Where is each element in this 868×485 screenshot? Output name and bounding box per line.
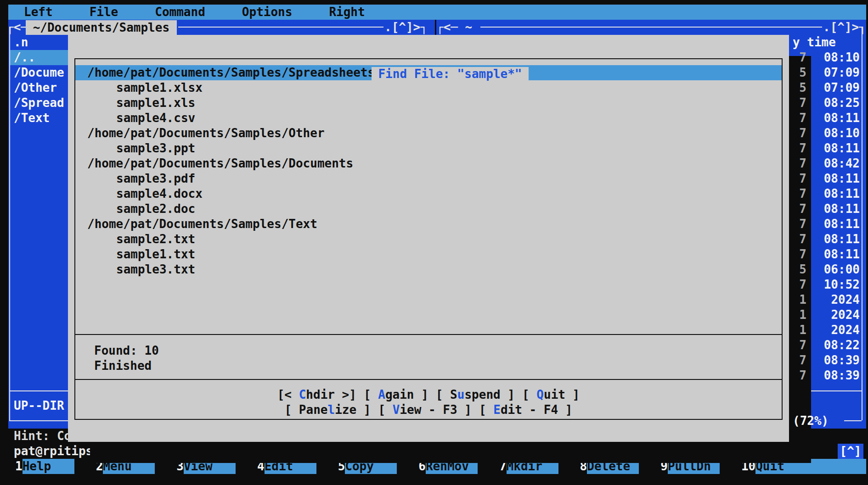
find-result-row[interactable]: sample1.txt xyxy=(75,247,782,262)
find-result-row[interactable]: /home/pat/Documents/Samples/Other xyxy=(75,126,782,141)
file-size-digit: 7 xyxy=(789,141,817,156)
table-row[interactable]: 7 08:11 xyxy=(789,186,866,201)
file-size-digit: 5 xyxy=(789,65,817,80)
table-row[interactable]: 7 08:11 xyxy=(789,141,866,156)
function-key-button[interactable]: 1 Help xyxy=(15,459,96,474)
file-size-digit: 1 xyxy=(789,323,817,338)
find-result-row[interactable]: sample2.doc xyxy=(75,201,782,217)
table-row[interactable]: 7 08:39 xyxy=(789,368,866,383)
find-result-row[interactable]: sample4.csv xyxy=(75,111,782,126)
table-row[interactable]: 1 2024 xyxy=(789,292,866,307)
dialog-button[interactable]: [ Again ] xyxy=(364,388,428,401)
menu-item[interactable]: File xyxy=(90,5,118,20)
table-row[interactable]: 7 08:10 xyxy=(789,50,866,65)
button-text: [< xyxy=(277,388,299,401)
table-row[interactable]: 1 2024 xyxy=(789,323,866,338)
button-text: [ xyxy=(378,403,392,417)
hint-line: Hint: Co xyxy=(14,429,71,444)
find-result-row[interactable]: sample3.pdf xyxy=(75,171,782,186)
find-result-row[interactable]: /home/pat/Documents/Samples/Documents xyxy=(75,156,782,171)
left-panel-file-list: /../Docume/Other/Spread/Text xyxy=(10,50,68,126)
table-row[interactable]: 7 08:11 xyxy=(789,247,866,262)
table-row[interactable]: 7 08:10 xyxy=(789,126,866,141)
table-row[interactable]: 5 07:09 xyxy=(789,80,866,95)
button-text: gain ] xyxy=(385,388,428,401)
file-size-digit: 7 xyxy=(789,338,817,353)
button-hotkey: E xyxy=(493,403,501,417)
table-row[interactable]: 5 06:00 xyxy=(789,262,866,277)
file-size-digit: 7 xyxy=(789,171,817,186)
find-result-row[interactable]: sample2.txt xyxy=(75,232,782,247)
list-item[interactable]: /Docume xyxy=(10,65,68,80)
file-modify-time: 08:11 xyxy=(817,186,866,201)
list-item[interactable]: /Text xyxy=(10,111,68,126)
dialog-button[interactable]: [ Suspend ] xyxy=(436,388,515,401)
function-key-number: 1 xyxy=(15,459,23,474)
table-row[interactable]: 1 2024 xyxy=(789,307,866,323)
menu-item[interactable]: Options xyxy=(242,5,293,20)
menu-item[interactable]: Right xyxy=(329,5,365,20)
dialog-button[interactable]: [ Panelize ] xyxy=(285,403,371,417)
file-size-digit: 7 xyxy=(789,201,817,217)
file-modify-time: 08:11 xyxy=(817,217,866,232)
table-row[interactable]: 7 08:39 xyxy=(789,353,866,368)
file-size-digit: 7 xyxy=(789,126,817,141)
button-text: hdir >] xyxy=(306,388,356,401)
file-size-digit: 7 xyxy=(789,247,817,262)
left-panel-path-tab[interactable]: ~/Documents/Samples xyxy=(26,20,177,35)
left-panel-corner-arrow-icon[interactable]: ┌<─ xyxy=(6,20,28,35)
menu-item[interactable]: Left xyxy=(24,5,53,20)
list-item[interactable]: /.. xyxy=(10,50,68,65)
dialog-button[interactable]: [ View - F3 ] xyxy=(378,403,472,417)
button-hotkey: C xyxy=(299,388,306,401)
dialog-title-text: Find File: "sample*" xyxy=(372,67,528,81)
panel-toggle-badge[interactable]: [^] xyxy=(838,444,863,459)
table-row[interactable]: 7 08:42 xyxy=(789,156,866,171)
find-result-row[interactable]: sample3.ppt xyxy=(75,141,782,156)
left-panel-status-separator xyxy=(10,390,68,391)
dialog-button[interactable]: [ Edit - F4 ] xyxy=(479,403,573,417)
find-result-row[interactable]: sample3.txt xyxy=(75,262,782,277)
file-modify-time: 08:22 xyxy=(817,338,866,353)
table-row[interactable]: 7 10:52 xyxy=(789,277,866,292)
search-status-label: Finished xyxy=(94,358,152,374)
table-row[interactable]: 7 08:25 xyxy=(789,95,866,111)
table-row[interactable]: 7 08:11 xyxy=(789,201,866,217)
file-size-digit: 5 xyxy=(789,262,817,277)
file-size-digit: 1 xyxy=(789,307,817,323)
dialog-button[interactable]: [< Chdir >] xyxy=(277,388,356,401)
file-size-digit: 7 xyxy=(789,186,817,201)
table-row[interactable]: 7 08:11 xyxy=(789,111,866,126)
dialog-button[interactable]: [ Quit ] xyxy=(522,388,580,401)
find-result-row[interactable]: sample4.docx xyxy=(75,186,782,201)
file-size-digit: 7 xyxy=(789,50,817,65)
table-row[interactable]: 7 08:11 xyxy=(789,171,866,186)
left-panel-border-top xyxy=(178,27,383,28)
file-modify-time: 08:11 xyxy=(817,247,866,262)
right-panel-column-header[interactable]: y time xyxy=(793,35,836,50)
find-result-row[interactable]: /home/pat/Documents/Samples/Text xyxy=(75,217,782,232)
file-size-digit: 5 xyxy=(789,80,817,95)
file-modify-time: 2024 xyxy=(817,292,866,307)
right-panel-status-separator xyxy=(811,390,862,391)
table-row[interactable]: 7 08:11 xyxy=(789,232,866,247)
dialog-button-row-2: [ Panelize ][ View - F3 ][ Edit - F4 ] xyxy=(68,402,789,418)
right-panel-border-top xyxy=(480,27,822,28)
file-size-digit: 7 xyxy=(789,353,817,368)
list-item[interactable]: /Other xyxy=(10,80,68,95)
table-row[interactable]: 5 07:09 xyxy=(789,65,866,80)
left-panel-column-header[interactable]: .n xyxy=(14,35,28,50)
free-space-badge: (72%) xyxy=(793,413,829,429)
list-item[interactable]: /Spread xyxy=(10,95,68,111)
find-result-row[interactable]: sample1.xls xyxy=(75,95,782,111)
left-panel-scroll-marker-icon[interactable]: .[^]>┐ xyxy=(384,20,428,35)
dialog-separator xyxy=(75,334,782,335)
table-row[interactable]: 7 08:22 xyxy=(789,338,866,353)
menu-item[interactable]: Command xyxy=(155,5,205,20)
right-panel-scroll-marker-icon[interactable]: .[^]>┐ xyxy=(823,20,866,35)
file-modify-time: 08:11 xyxy=(817,201,866,217)
file-size-digit: 7 xyxy=(789,156,817,171)
right-panel-corner-arrow-icon[interactable]: ┌<─ ~ xyxy=(436,20,479,35)
table-row[interactable]: 7 08:11 xyxy=(789,217,866,232)
mc-terminal-screen: LeftFileCommandOptionsRight ┌<─ ~/Docume… xyxy=(0,0,868,485)
